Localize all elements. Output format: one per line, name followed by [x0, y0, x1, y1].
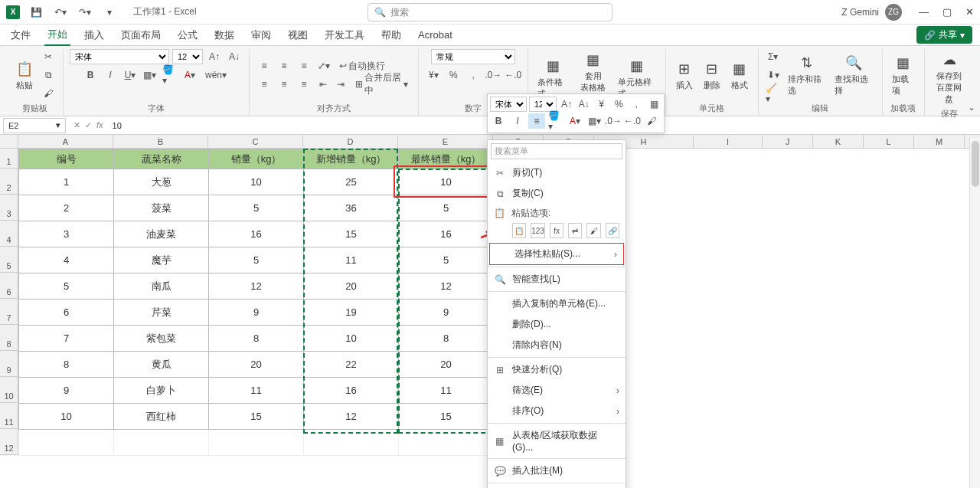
- format-painter-icon[interactable]: 🖌: [40, 86, 57, 101]
- sort-filter-button[interactable]: ⇅排序和筛选: [785, 52, 828, 98]
- cell[interactable]: 4: [19, 247, 114, 273]
- paste-values-icon[interactable]: 123: [531, 223, 545, 238]
- delete-cells-button[interactable]: ⊟删除: [700, 58, 724, 93]
- number-format-select[interactable]: 常规: [431, 49, 515, 64]
- cell[interactable]: 2: [19, 195, 114, 221]
- font-color-icon[interactable]: A▾: [181, 67, 198, 83]
- cell[interactable]: 20: [399, 352, 494, 378]
- close-button[interactable]: ✕: [965, 6, 974, 18]
- cell[interactable]: 16: [209, 221, 304, 247]
- cell[interactable]: 15: [209, 404, 304, 430]
- menu-filter[interactable]: 筛选(E): [488, 380, 626, 401]
- paste-transpose-icon[interactable]: ⇄: [568, 223, 582, 238]
- cell[interactable]: [209, 430, 304, 456]
- row-header[interactable]: 5: [0, 247, 18, 273]
- row-header[interactable]: 8: [0, 325, 18, 351]
- font-name-select[interactable]: 宋体: [70, 49, 169, 64]
- cell[interactable]: 9: [399, 300, 494, 326]
- percent-icon[interactable]: %: [445, 67, 462, 83]
- align-top-icon[interactable]: ≡: [256, 58, 273, 74]
- tab-home[interactable]: 开始: [44, 25, 70, 46]
- align-middle-icon[interactable]: ≡: [276, 58, 292, 74]
- tab-dev[interactable]: 开发工具: [322, 25, 368, 45]
- menu-insert-copied[interactable]: 插入复制的单元格(E)...: [488, 293, 626, 314]
- share-button[interactable]: 🔗 共享 ▾: [916, 26, 972, 44]
- header-cell[interactable]: 销量（kg）: [209, 149, 304, 169]
- mini-bold-icon[interactable]: B: [490, 113, 507, 129]
- row-header[interactable]: 11: [0, 403, 18, 429]
- tab-help[interactable]: 帮助: [378, 25, 404, 45]
- cell[interactable]: 19: [304, 300, 399, 326]
- copy-icon[interactable]: ⧉: [40, 67, 57, 83]
- col-header[interactable]: D: [303, 135, 398, 148]
- cell[interactable]: [399, 430, 494, 456]
- cell[interactable]: 15: [399, 404, 494, 430]
- header-cell[interactable]: 编号: [19, 149, 114, 169]
- col-header[interactable]: B: [113, 135, 208, 148]
- menu-delete[interactable]: 删除(D)...: [488, 314, 626, 335]
- collapse-ribbon-icon[interactable]: ⌄: [968, 102, 975, 113]
- cell[interactable]: 11: [304, 247, 399, 273]
- currency-icon[interactable]: ¥▾: [425, 67, 442, 83]
- cell[interactable]: 5: [209, 247, 304, 273]
- cell[interactable]: 20: [209, 352, 304, 378]
- row-header[interactable]: 4: [0, 221, 18, 247]
- search-box[interactable]: 🔍 搜索: [368, 3, 612, 21]
- row-header[interactable]: 2: [0, 169, 18, 195]
- orientation-icon[interactable]: ⤢▾: [315, 58, 332, 74]
- addin-button[interactable]: ▦加载项: [889, 52, 918, 98]
- cell[interactable]: 白萝卜: [114, 378, 209, 404]
- align-bottom-icon[interactable]: ≡: [296, 58, 312, 74]
- align-right-icon[interactable]: ≡: [296, 77, 312, 92]
- cell[interactable]: 15: [304, 221, 399, 247]
- cell[interactable]: [304, 430, 399, 456]
- cell[interactable]: 6: [19, 300, 114, 326]
- tab-layout[interactable]: 页面布局: [118, 25, 164, 45]
- align-left-icon[interactable]: ≡: [256, 77, 273, 92]
- minimize-button[interactable]: —: [919, 6, 929, 18]
- mini-fill-icon[interactable]: 🪣▾: [547, 113, 564, 129]
- header-cell[interactable]: 新增销量（kg）: [304, 149, 399, 169]
- enter-formula-icon[interactable]: ✓: [85, 120, 92, 130]
- mini-format-painter-icon[interactable]: 🖌: [643, 113, 660, 129]
- indent-right-icon[interactable]: ⇥: [333, 77, 348, 92]
- cell[interactable]: 油麦菜: [114, 221, 209, 247]
- indent-left-icon[interactable]: ⇤: [315, 77, 330, 92]
- menu-clear[interactable]: 清除内容(N): [488, 335, 626, 355]
- mini-size-select[interactable]: 12: [529, 97, 557, 112]
- cell[interactable]: 9: [209, 300, 304, 326]
- find-select-button[interactable]: 🔍查找和选择: [831, 52, 875, 98]
- mini-dec-decimal-icon[interactable]: ←.0: [624, 113, 641, 129]
- undo-icon[interactable]: ↶▾: [52, 5, 69, 20]
- cell[interactable]: 8: [209, 326, 304, 352]
- cell[interactable]: 5: [209, 195, 304, 221]
- mini-italic-icon[interactable]: I: [509, 113, 526, 129]
- bold-icon[interactable]: B: [82, 67, 99, 83]
- menu-search[interactable]: 搜索菜单: [491, 143, 622, 159]
- format-cells-button[interactable]: ▦格式: [727, 58, 752, 93]
- mini-font-color-icon[interactable]: A▾: [567, 113, 583, 129]
- tab-formulas[interactable]: 公式: [175, 25, 201, 45]
- increase-font-icon[interactable]: A↑: [206, 49, 223, 64]
- col-header[interactable]: L: [864, 135, 914, 148]
- row-header[interactable]: 6: [0, 273, 18, 299]
- menu-quick-analysis[interactable]: ⊞快速分析(Q): [488, 359, 626, 380]
- tab-view[interactable]: 视图: [285, 25, 311, 45]
- col-header[interactable]: M: [914, 135, 965, 148]
- menu-cut[interactable]: ✂剪切(T): [488, 162, 626, 183]
- cell[interactable]: 8: [399, 326, 494, 352]
- paste-formatting-icon[interactable]: 🖌: [586, 223, 600, 238]
- menu-copy[interactable]: ⧉复制(C): [488, 183, 626, 204]
- maximize-button[interactable]: ▢: [942, 6, 952, 18]
- redo-icon[interactable]: ↷▾: [77, 5, 93, 20]
- row-header[interactable]: 12: [0, 429, 18, 455]
- cell[interactable]: 9: [19, 378, 114, 404]
- mini-table-icon[interactable]: ▦: [646, 97, 662, 112]
- cell[interactable]: 16: [304, 378, 399, 404]
- merge-button[interactable]: ⊞ 合并后居中▾: [351, 77, 413, 92]
- header-cell[interactable]: 最终销量（kg）: [399, 149, 494, 169]
- paste-button[interactable]: 📋粘贴: [12, 58, 37, 93]
- mini-font-select[interactable]: 宋体: [490, 97, 527, 112]
- mini-percent-icon[interactable]: %: [611, 97, 626, 112]
- comma-icon[interactable]: ,: [465, 67, 482, 83]
